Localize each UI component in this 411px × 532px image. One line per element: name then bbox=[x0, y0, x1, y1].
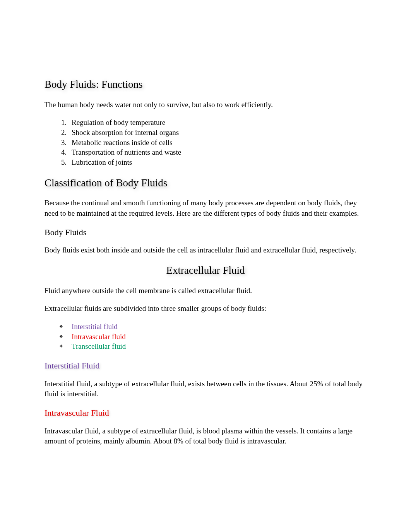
list-item: Regulation of body temperature bbox=[68, 118, 366, 128]
bullet-icon: ❖ bbox=[59, 341, 72, 349]
heading-functions: Body Fluids: Functions bbox=[45, 77, 366, 92]
heading-classification: Classification of Body Fluids bbox=[45, 176, 366, 191]
list-item: Metabolic reactions inside of cells bbox=[68, 138, 366, 148]
list-item: Shock absorption for internal organs bbox=[68, 128, 366, 138]
list-item: ❖ Transcellular fluid bbox=[59, 341, 366, 351]
list-item: ❖ Interstitial fluid bbox=[59, 322, 366, 332]
list-item: ❖ Intravascular fluid bbox=[59, 332, 366, 342]
list-item-label: Transcellular fluid bbox=[72, 341, 126, 351]
paragraph-body-fluids: Body fluids exist both inside and outsid… bbox=[45, 245, 366, 256]
heading-extracellular: Extracellular Fluid bbox=[45, 263, 366, 278]
paragraph-interstitial: Interstitial fluid, a subtype of extrace… bbox=[45, 379, 366, 399]
paragraph-intravascular: Intravascular fluid, a subtype of extrac… bbox=[45, 426, 366, 447]
bullet-icon: ❖ bbox=[59, 322, 72, 329]
list-item-label: Interstitial fluid bbox=[72, 322, 118, 332]
functions-list: Regulation of body temperature Shock abs… bbox=[68, 118, 366, 167]
paragraph-classification-intro: Because the continual and smooth functio… bbox=[45, 198, 366, 218]
extracellular-subtypes-list: ❖ Interstitial fluid ❖ Intravascular flu… bbox=[59, 322, 366, 351]
heading-intravascular: Intravascular Fluid bbox=[45, 407, 366, 419]
paragraph-extracellular-2: Extracellular fluids are subdivided into… bbox=[45, 304, 366, 314]
paragraph-functions-intro: The human body needs water not only to s… bbox=[45, 100, 366, 110]
paragraph-extracellular-1: Fluid anywhere outside the cell membrane… bbox=[45, 286, 366, 296]
list-item-label: Intravascular fluid bbox=[72, 332, 126, 342]
heading-body-fluids: Body Fluids bbox=[45, 227, 366, 239]
heading-interstitial: Interstitial Fluid bbox=[45, 360, 366, 372]
bullet-icon: ❖ bbox=[59, 332, 72, 339]
list-item: Lubrication of joints bbox=[68, 157, 366, 167]
list-item: Transportation of nutrients and waste bbox=[68, 147, 366, 157]
